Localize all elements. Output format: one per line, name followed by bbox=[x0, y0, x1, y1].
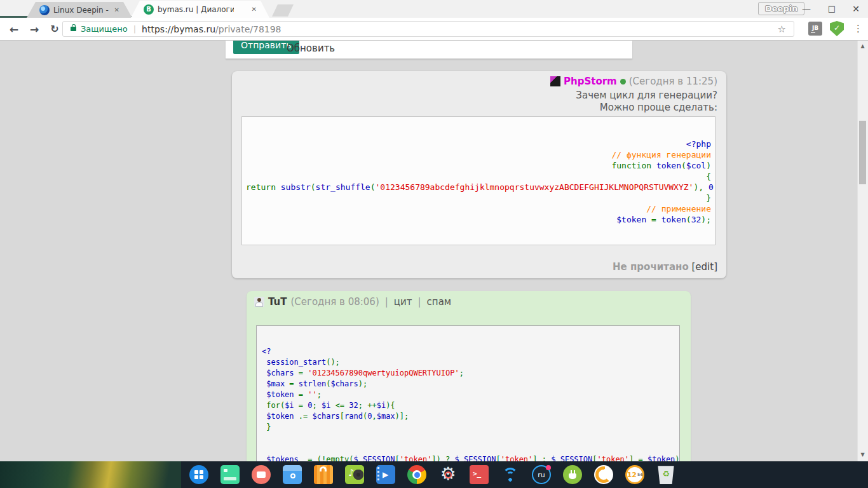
message-header: PhpStorm (Сегодня в 11:25) bbox=[550, 76, 717, 87]
separator: | bbox=[385, 296, 388, 308]
code-line: for($i = 0; $i <= 32; ++$i){ bbox=[262, 400, 677, 411]
secure-label: Защищено bbox=[81, 24, 128, 34]
refresh-button[interactable]: Обновить bbox=[287, 43, 335, 54]
music-icon[interactable] bbox=[345, 465, 364, 484]
adguard-shield-icon[interactable]: ✓ bbox=[830, 21, 844, 36]
code-line: { bbox=[246, 171, 711, 182]
message-footer: Не прочитано [edit] bbox=[613, 261, 717, 273]
volume-icon[interactable] bbox=[594, 465, 613, 484]
code-line: $token = token(32); bbox=[246, 214, 711, 225]
code-line: $token .= $chars[rand(0,$max)]; bbox=[262, 411, 677, 422]
code-line: $token = ''; bbox=[262, 390, 677, 400]
file-manager-icon[interactable] bbox=[283, 465, 302, 484]
reload-button[interactable]: ↻ bbox=[46, 20, 64, 38]
browser-menu-icon[interactable]: ⋮ bbox=[853, 22, 863, 36]
separator: | bbox=[418, 296, 421, 308]
scroll-down-icon[interactable]: ▼ bbox=[858, 452, 867, 458]
message-text: Зачем цикл для генерации? Можно проще сд… bbox=[576, 90, 717, 114]
author-name[interactable]: PhpStorm bbox=[564, 76, 617, 87]
code-line: <?php bbox=[246, 139, 711, 149]
dock-bar: ru1254 bbox=[181, 461, 868, 488]
new-tab-button[interactable] bbox=[272, 4, 294, 17]
tab-title: bymas.ru | Диалоги bbox=[158, 5, 234, 14]
php-code-block: <?php// функция генерацииfunction token(… bbox=[241, 116, 715, 245]
screen: Linux Deepin - Российск ✕ B bymas.ru | Д… bbox=[0, 0, 868, 488]
code-line bbox=[262, 433, 677, 444]
terminal-icon[interactable] bbox=[470, 465, 489, 484]
launcher-icon[interactable] bbox=[189, 465, 208, 484]
code-line: $chars = '01234567890qwertyuiopQWERTYUIO… bbox=[262, 368, 677, 379]
compose-card: Отправить Обновить bbox=[226, 41, 632, 59]
tab-close-icon[interactable]: ✕ bbox=[114, 6, 119, 13]
back-button[interactable]: ← bbox=[5, 20, 23, 38]
scrollbar-track[interactable]: ▲ ▼ bbox=[857, 41, 868, 461]
bookmark-star-icon[interactable]: ☆ bbox=[778, 24, 786, 35]
code-line: session_start(); bbox=[262, 357, 677, 368]
deepin-app-icon[interactable] bbox=[220, 465, 240, 484]
code-line bbox=[262, 444, 677, 454]
code-line: function token($col) bbox=[246, 160, 711, 171]
phpstorm-avatar bbox=[550, 76, 560, 86]
url-separator: | bbox=[133, 24, 136, 34]
tab-strip: Linux Deepin - Российск ✕ B bymas.ru | Д… bbox=[0, 0, 868, 18]
tab-bymas-dialogs[interactable]: B bymas.ru | Диалоги ✕ bbox=[131, 1, 269, 18]
author-name[interactable]: TuT bbox=[268, 296, 287, 308]
chrome-icon[interactable] bbox=[407, 465, 426, 484]
forward-button[interactable]: → bbox=[25, 20, 43, 38]
code-line: return substr(str_shuffle('0123456789abc… bbox=[246, 182, 711, 193]
edit-link[interactable]: [edit] bbox=[691, 261, 717, 273]
tab-title: Linux Deepin - Российск bbox=[53, 6, 111, 15]
deepin-favicon-icon bbox=[39, 5, 50, 15]
code-line: } bbox=[246, 193, 711, 203]
multitasking-icon[interactable] bbox=[252, 465, 271, 484]
scroll-up-icon[interactable]: ▲ bbox=[858, 43, 867, 49]
message-line: Зачем цикл для генерации? bbox=[576, 90, 717, 102]
message-header: TuT (Сегодня в 08:06) | цит | спам bbox=[254, 296, 451, 308]
address-bar[interactable]: Защищено | https://bymas.ru /private/781… bbox=[62, 21, 794, 37]
url-path: /private/78198 bbox=[215, 24, 281, 34]
app-store-icon[interactable] bbox=[314, 465, 333, 484]
desktop-wallpaper bbox=[0, 461, 181, 488]
secure-lock-icon bbox=[71, 27, 76, 31]
desktop-dock: ru1254 bbox=[0, 461, 868, 488]
code-line: <? bbox=[262, 346, 677, 357]
code-line: $tokens = (!empty($_SESSION['token']) ? … bbox=[262, 454, 677, 461]
code-line: } bbox=[262, 422, 677, 433]
deepin-window-badge: Deepin bbox=[758, 2, 804, 15]
trash-icon[interactable] bbox=[656, 465, 675, 484]
keyboard-layout-icon[interactable]: ru bbox=[532, 465, 551, 484]
online-status-dot bbox=[620, 79, 626, 85]
unread-label: Не прочитано bbox=[613, 261, 689, 273]
message-line: Можно проще сделать: bbox=[576, 102, 717, 114]
close-button[interactable]: ✕ bbox=[849, 3, 863, 15]
minimize-button[interactable]: — bbox=[799, 3, 813, 15]
clock-icon[interactable]: 1254 bbox=[625, 465, 644, 484]
user-avatar bbox=[254, 297, 264, 307]
page-viewport: Отправить Обновить PhpStorm (Сегодня в 1… bbox=[0, 41, 868, 461]
message-tut: TuT (Сегодня в 08:06) | цит | спам <? se… bbox=[247, 291, 691, 461]
scrollbar-thumb[interactable] bbox=[859, 121, 866, 184]
movie-icon[interactable] bbox=[376, 465, 395, 484]
jetbrains-extension-icon[interactable]: JB bbox=[808, 22, 822, 36]
code-line: // применение bbox=[246, 203, 711, 214]
tab-linux-deepin[interactable]: Linux Deepin - Российск ✕ bbox=[27, 2, 132, 18]
url-host: https://bymas.ru bbox=[142, 24, 215, 34]
quote-link[interactable]: цит bbox=[394, 296, 412, 308]
control-center-icon[interactable] bbox=[438, 465, 458, 484]
tab-close-icon[interactable]: ✕ bbox=[252, 6, 257, 13]
power-icon[interactable] bbox=[563, 465, 582, 484]
message-time: (Сегодня в 11:25) bbox=[629, 76, 717, 87]
maximize-button[interactable]: □ bbox=[825, 3, 839, 15]
message-time: (Сегодня в 08:06) bbox=[291, 296, 379, 308]
spam-link[interactable]: спам bbox=[427, 296, 452, 308]
message-phpstorm: PhpStorm (Сегодня в 11:25) Зачем цикл дл… bbox=[232, 71, 726, 278]
code-line: $max = strlen($chars); bbox=[262, 379, 677, 390]
wifi-icon[interactable] bbox=[501, 465, 520, 484]
php-code-block: <? session_start(); $chars = '0123456789… bbox=[256, 325, 680, 461]
bymas-favicon-icon: B bbox=[144, 4, 154, 15]
browser-toolbar: ← → ↻ Защищено | https://bymas.ru /priva… bbox=[0, 18, 868, 41]
code-line: // функция генерации bbox=[246, 149, 711, 160]
